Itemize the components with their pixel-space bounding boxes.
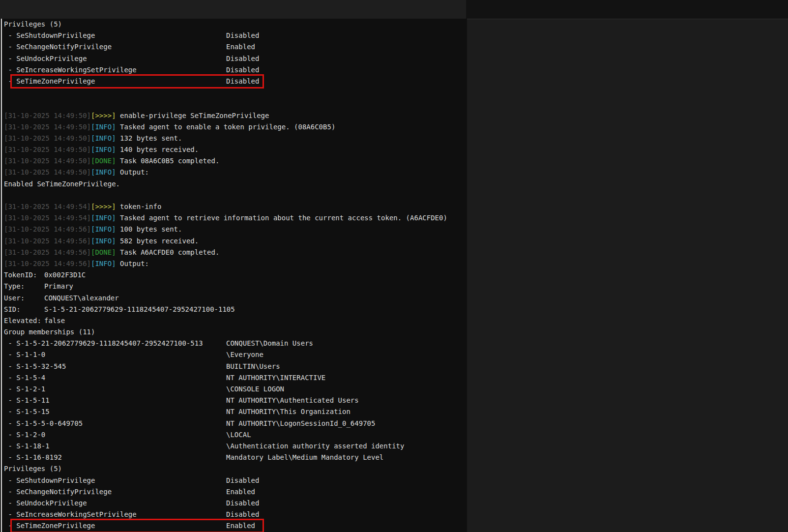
log-line: [31-10-2025 14:49:56][INFO] 100 bytes se… bbox=[4, 224, 467, 235]
pair-value: NT AUTHORITY\This Organization bbox=[226, 406, 350, 417]
key-value-line: - SeIncreaseWorkingSetPrivilegeDisabled bbox=[4, 509, 467, 520]
key-value-line: - S-1-5-21-2062779629-1118245407-2952427… bbox=[4, 338, 467, 349]
log-tag-info: [INFO] bbox=[91, 134, 116, 142]
pair-label: TokenID: bbox=[4, 271, 37, 279]
key-value-line: - SeChangeNotifyPrivilegeEnabled bbox=[4, 41, 467, 53]
terminal-text-line: Enabled SeTimeZonePrivilege. bbox=[4, 178, 467, 190]
terminal-text: Enabled SeTimeZonePrivilege. bbox=[4, 180, 120, 188]
pair-label: - S-1-5-11 bbox=[4, 396, 50, 404]
key-value-line: Elevated:false bbox=[4, 315, 467, 326]
pair-label: - SeShutdownPrivilege bbox=[4, 31, 95, 39]
terminal-output[interactable]: Privileges (5) - SeShutdownPrivilegeDisa… bbox=[1, 19, 467, 532]
pair-value: \Authentication authority asserted ident… bbox=[226, 441, 404, 452]
log-line: [31-10-2025 14:49:50][INFO] 140 bytes re… bbox=[4, 144, 467, 155]
log-tag-info: [INFO] bbox=[91, 168, 116, 176]
log-line: [31-10-2025 14:49:56][DONE] Task A6ACFDE… bbox=[4, 247, 467, 258]
pair-label: - S-1-5-21-2062779629-1118245407-2952427… bbox=[4, 339, 203, 347]
log-tag-cmd: [>>>>] bbox=[91, 203, 116, 210]
log-message: 140 bytes received. bbox=[116, 146, 199, 153]
pair-label: SID: bbox=[4, 305, 21, 313]
log-message: Output: bbox=[116, 260, 149, 267]
pair-label: - S-1-2-1 bbox=[4, 385, 45, 393]
pair-value: Disabled bbox=[226, 498, 259, 509]
pair-label: - SeChangeNotifyPrivilege bbox=[4, 43, 112, 51]
key-value-line: TokenID:0x002F3D1C bbox=[4, 269, 467, 281]
log-line: [31-10-2025 14:49:50][DONE] Task 08A6C0B… bbox=[4, 155, 467, 167]
key-value-line: - SeShutdownPrivilegeDisabled bbox=[4, 475, 467, 486]
pair-label: - S-1-5-15 bbox=[4, 408, 50, 415]
log-line: [31-10-2025 14:49:50][INFO] Output: bbox=[4, 167, 467, 178]
pair-value: Disabled bbox=[226, 509, 259, 520]
log-timestamp: [31-10-2025 14:49:50] bbox=[4, 168, 91, 176]
log-message: Task 08A6C0B5 completed. bbox=[116, 157, 220, 165]
pair-label: - SeUndockPrivilege bbox=[4, 55, 87, 62]
log-timestamp: [31-10-2025 14:49:54] bbox=[4, 214, 91, 222]
key-value-line: - SeUndockPrivilegeDisabled bbox=[4, 53, 467, 64]
log-timestamp: [31-10-2025 14:49:56] bbox=[4, 237, 91, 245]
pair-value: Primary bbox=[44, 281, 73, 292]
pair-value: Disabled bbox=[226, 30, 259, 41]
key-value-line: - S-1-2-0\LOCAL bbox=[4, 429, 467, 441]
log-timestamp: [31-10-2025 14:49:50] bbox=[4, 123, 91, 131]
pair-label: User: bbox=[4, 294, 25, 302]
pair-label: - SeTimeZonePrivilege bbox=[4, 77, 95, 85]
pair-value: Disabled bbox=[226, 76, 259, 87]
terminal-text-line: Privileges (5) bbox=[4, 19, 467, 30]
pair-label: - S-1-5-32-545 bbox=[4, 362, 66, 370]
pair-label: - S-1-2-0 bbox=[4, 431, 45, 439]
pair-label: - S-1-18-1 bbox=[4, 442, 50, 450]
monarch-agent-console-window: { "window": { "title": "CONQUEST\\alexan… bbox=[0, 0, 788, 532]
log-message: 132 bytes sent. bbox=[116, 134, 182, 142]
log-tag-info: [INFO] bbox=[91, 214, 116, 222]
log-message: 582 bytes received. bbox=[116, 237, 199, 245]
pair-label: - SeShutdownPrivilege bbox=[4, 476, 95, 484]
log-timestamp: [31-10-2025 14:49:50] bbox=[4, 146, 91, 153]
log-tag-info: [INFO] bbox=[91, 225, 116, 233]
pair-value: NT AUTHORITY\LogonSessionId_0_649705 bbox=[226, 418, 375, 429]
log-message: Task A6ACFDE0 completed. bbox=[116, 248, 220, 256]
log-timestamp: [31-10-2025 14:49:50] bbox=[4, 134, 91, 142]
pair-value: \CONSOLE LOGON bbox=[226, 384, 284, 395]
pair-label: - S-1-16-8192 bbox=[4, 453, 62, 461]
log-message: Output: bbox=[116, 168, 149, 176]
log-timestamp: [31-10-2025 14:49:50] bbox=[4, 157, 91, 165]
pair-value: Disabled bbox=[226, 64, 259, 76]
terminal-blank-line bbox=[4, 87, 467, 98]
key-value-line: - SeIncreaseWorkingSetPrivilegeDisabled bbox=[4, 64, 467, 76]
terminal-text: Privileges (5) bbox=[4, 465, 62, 473]
pair-value: BUILTIN\Users bbox=[226, 361, 280, 372]
log-line: [31-10-2025 14:49:54][>>>>] token-info bbox=[4, 201, 467, 212]
log-tag-info: [INFO] bbox=[91, 123, 116, 131]
log-message: enable-privilege SeTimeZonePrivilege bbox=[116, 112, 269, 119]
terminal-blank-line bbox=[4, 190, 467, 201]
pair-value: Enabled bbox=[226, 486, 255, 498]
pair-value: \LOCAL bbox=[226, 429, 251, 441]
key-value-line: - S-1-5-32-545BUILTIN\Users bbox=[4, 361, 467, 372]
pair-label: - SeIncreaseWorkingSetPrivilege bbox=[4, 66, 137, 74]
log-tag-done: [DONE] bbox=[91, 157, 116, 165]
pair-value: CONQUEST\alexander bbox=[44, 293, 119, 304]
pair-value: \Everyone bbox=[226, 349, 263, 360]
pair-value: Enabled bbox=[226, 41, 255, 53]
log-timestamp: [31-10-2025 14:49:56] bbox=[4, 225, 91, 233]
log-message: Tasked agent to enable a token privilege… bbox=[116, 123, 336, 131]
log-message: 100 bytes sent. bbox=[116, 225, 182, 233]
terminal-text: Privileges (5) bbox=[4, 20, 62, 28]
pair-label: Type: bbox=[4, 282, 25, 290]
pair-label: - SeIncreaseWorkingSetPrivilege bbox=[4, 510, 137, 518]
key-value-line: - S-1-1-0\Everyone bbox=[4, 349, 467, 360]
log-message: token-info bbox=[116, 203, 162, 210]
pair-value: CONQUEST\Domain Users bbox=[226, 338, 313, 349]
pair-label: - S-1-5-5-0-649705 bbox=[4, 419, 83, 427]
key-value-line: - S-1-16-8192Mandatory Label\Medium Mand… bbox=[4, 452, 467, 463]
log-timestamp: [31-10-2025 14:49:56] bbox=[4, 260, 91, 267]
log-line: [31-10-2025 14:49:50][INFO] 132 bytes se… bbox=[4, 133, 467, 144]
terminal-blank-line bbox=[4, 98, 467, 110]
log-tag-info: [INFO] bbox=[91, 260, 116, 267]
pair-value: Disabled bbox=[226, 53, 259, 64]
log-tag-info: [INFO] bbox=[91, 237, 116, 245]
key-value-line: - S-1-5-4NT AUTHORITY\INTERACTIVE bbox=[4, 372, 467, 384]
log-tag-cmd: [>>>>] bbox=[91, 112, 116, 119]
key-value-line: - S-1-5-11NT AUTHORITY\Authenticated Use… bbox=[4, 395, 467, 406]
right-pane-header bbox=[466, 0, 788, 19]
